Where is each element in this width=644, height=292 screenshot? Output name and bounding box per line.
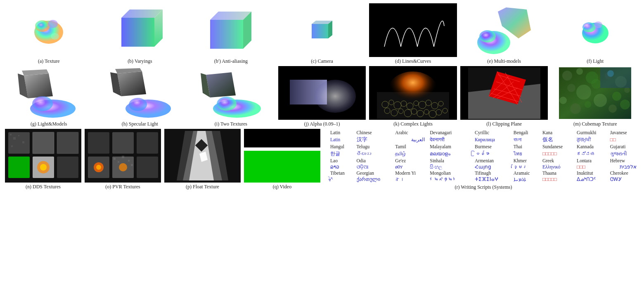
figure-bp-label: (b') Anti-aliasing [214, 58, 248, 64]
svg-rect-127 [244, 150, 320, 183]
sample-telugu: తెలుగు [354, 150, 393, 158]
col-gurmukhi-h: Gurmukhi [574, 130, 608, 135]
figure-d-img [369, 3, 457, 57]
multi-models-shape [473, 5, 535, 55]
sample-sinhala: සිංහල [427, 164, 472, 170]
figure-j-img [278, 66, 366, 120]
svg-rect-110 [137, 157, 158, 178]
sample-kana: 仮名 [540, 135, 574, 144]
svg-point-1 [35, 20, 50, 32]
sample-latin: Latin [328, 135, 354, 144]
sample-armenian: Հայոց [472, 164, 511, 170]
sample-khmer: ខ្មែរ [511, 164, 540, 170]
scripts-title-row: (r) Writing Scripts (Systems) [328, 183, 639, 190]
sample-lao: ລາວ [328, 164, 354, 170]
figure-b-img [96, 3, 184, 57]
figure-l-label: (l) Clipping Plane [486, 121, 522, 127]
col-javanese-h: Javanese [608, 130, 639, 135]
figure-h-img [96, 66, 184, 120]
col-tamil-h: Tamil [393, 144, 427, 150]
light-models-shape [16, 67, 82, 119]
svg-rect-115 [118, 161, 119, 163]
sample-cyrillic: Кирилица [472, 135, 511, 144]
figure-g-img [5, 66, 93, 120]
sample-odia: ଓଡ଼ିଆ [354, 164, 393, 170]
figure-m-img [551, 66, 639, 120]
figure-p-img [164, 129, 241, 183]
sample-aramaic: ܐܪܡܝܐ [511, 176, 540, 183]
alpha-shape [286, 67, 358, 119]
col-thaana-h: Thaana [540, 170, 574, 176]
col-aramaic-h: Aramaic [511, 170, 540, 176]
col-greek-h: Greek [540, 158, 574, 164]
scripts-title: (r) Writing Scripts (Systems) [328, 183, 639, 190]
svg-point-34 [315, 80, 356, 113]
figure-p: (p) Float Texture [164, 129, 241, 190]
svg-rect-94 [57, 157, 78, 178]
video-shape [244, 129, 320, 183]
svg-rect-92 [8, 157, 30, 178]
sample-hangul: 한글 [328, 150, 354, 158]
scripts-row-1s: Latin 汉字 العربية देवनागरी Кирилица বাংলা… [328, 135, 639, 144]
svg-rect-128 [244, 147, 320, 151]
dds-shape [5, 129, 81, 183]
col-inuktitut-h: Inuktitut [574, 170, 608, 176]
col-mongolian-h: Mongolian [427, 170, 472, 176]
sample-malayalam: മലയാളം [427, 150, 472, 158]
col-chinese-h: Chinese [354, 130, 393, 135]
col-kannada-h: Kannada [574, 144, 608, 150]
pvr-shape [85, 129, 161, 183]
col-cyrillic-h: Cyrillic [472, 130, 511, 135]
col-sundanese-h: Sundanese [540, 144, 574, 150]
sample-burmese: မြန်မာ [472, 150, 511, 158]
figure-l: (l) Clipping Plane [460, 66, 548, 127]
svg-point-98 [40, 164, 47, 171]
light-shape [577, 12, 614, 49]
figure-a-label: (a) Texture [38, 58, 60, 64]
sample-chinese: 汉字 [354, 135, 393, 144]
svg-point-87 [607, 70, 614, 77]
svg-point-3 [51, 33, 59, 40]
svg-point-74 [576, 85, 591, 100]
figure-j: (j) Alpha (0.09–1) [278, 66, 366, 127]
camera-shape [308, 16, 336, 45]
row-label-latin: Latin [328, 130, 354, 135]
texture-shape [30, 12, 67, 49]
col-sinhala-h: Sinhala [427, 158, 472, 164]
figure-j-label: (j) Alpha (0.09–1) [304, 121, 340, 127]
figure-k-img [369, 66, 457, 120]
figure-n-img [5, 129, 81, 183]
sample-tifinagh: ⵜⵉⴼⵉⵏⴰⵖ [472, 176, 511, 183]
lines-curves-shape [380, 5, 446, 55]
row3-container: (n) DDS Textures [0, 129, 644, 190]
sample-georgian: ქართული [354, 176, 393, 183]
svg-point-75 [591, 79, 601, 89]
figure-m: (m) Cubemap Texture [551, 66, 639, 127]
figure-g-label: (g) Light&Models [31, 121, 67, 127]
figure-o-label: (o) PVR Textures [105, 184, 140, 190]
cubemap-shape [559, 67, 631, 119]
row1-grid: (a) Texture [0, 0, 644, 66]
svg-rect-99 [10, 134, 12, 135]
scripts-row-1: Latin Chinese Arabic Devanagari Cyrillic… [328, 130, 639, 135]
scripts-row-4: Tibetan Georgian Modern Yi Mongolian Tif… [328, 170, 639, 176]
svg-marker-24 [117, 71, 146, 96]
svg-point-82 [585, 101, 591, 108]
sample-sundanese: □□□□□ [540, 150, 574, 158]
sample-modernyi: ꆈ꒐ [393, 176, 427, 183]
col-cherokee-h: Cherokee [608, 170, 639, 176]
figure-bp: (b') Anti-aliasing [187, 3, 275, 64]
row2-grid: (g) Light&Models [0, 66, 644, 129]
sample-javanese: □□ [608, 135, 639, 144]
figure-p-label: (p) Float Texture [186, 184, 219, 190]
svg-point-70 [562, 71, 572, 81]
svg-rect-103 [11, 145, 13, 147]
svg-point-71 [576, 68, 583, 75]
clipping-shape [468, 67, 540, 119]
figure-a-img [5, 3, 93, 57]
sample-thaana: □□□□□ [540, 176, 574, 183]
row-label-lao: Lao [328, 158, 354, 164]
svg-point-56 [388, 71, 438, 109]
sample-inuktitut: ᐃᓄᒃᑎᑐᑦ [574, 176, 608, 183]
svg-rect-126 [244, 129, 320, 150]
